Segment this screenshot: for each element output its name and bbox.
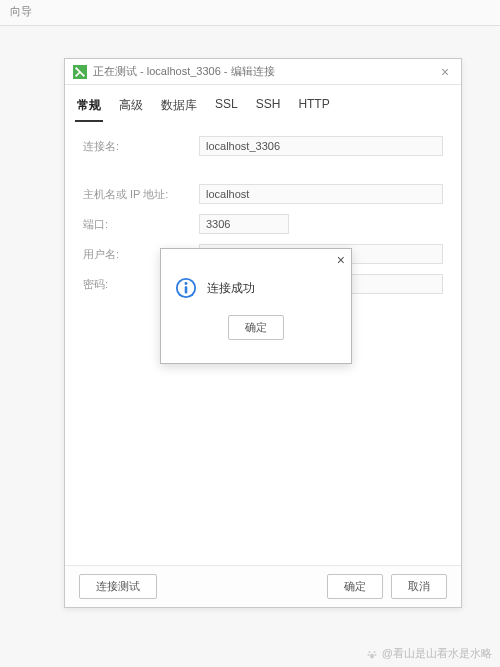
message-box-header: × [161,249,351,271]
message-box: × 连接成功 确定 [160,248,352,364]
ok-button[interactable]: 确定 [327,574,383,599]
dialog-title: 正在测试 - localhost_3306 - 编辑连接 [93,64,437,79]
tab-http[interactable]: HTTP [296,93,331,122]
close-icon[interactable]: × [437,64,453,80]
paw-icon [366,648,378,660]
tab-ssl[interactable]: SSL [213,93,240,122]
input-connection-name[interactable] [199,136,443,156]
svg-point-7 [367,654,369,656]
row-host: 主机名或 IP 地址: [83,184,443,204]
test-connection-button[interactable]: 连接测试 [79,574,157,599]
message-footer: 确定 [161,309,351,350]
watermark-text: @看山是山看水是水略 [382,646,492,661]
label-port: 端口: [83,217,199,232]
svg-point-9 [370,653,374,658]
tab-database[interactable]: 数据库 [159,93,199,122]
message-close-icon[interactable]: × [337,252,345,268]
tab-ssh[interactable]: SSH [254,93,283,122]
dialog-titlebar: 正在测试 - localhost_3306 - 编辑连接 × [65,59,461,85]
message-body: 连接成功 [161,271,351,309]
message-ok-button[interactable]: 确定 [228,315,284,340]
tab-bar: 常规 高级 数据库 SSL SSH HTTP [65,85,461,122]
cancel-button[interactable]: 取消 [391,574,447,599]
input-port[interactable] [199,214,289,234]
tab-advanced[interactable]: 高级 [117,93,145,122]
svg-rect-4 [185,286,188,293]
message-text: 连接成功 [207,280,255,297]
info-icon [175,277,197,299]
svg-point-3 [185,282,188,285]
label-host: 主机名或 IP 地址: [83,187,199,202]
tab-general[interactable]: 常规 [75,93,103,122]
label-connection-name: 连接名: [83,139,199,154]
watermark: @看山是山看水是水略 [366,646,492,661]
row-connection-name: 连接名: [83,136,443,156]
svg-point-8 [374,654,376,656]
svg-point-6 [373,651,375,653]
input-host[interactable] [199,184,443,204]
svg-point-5 [368,651,370,653]
dialog-footer: 连接测试 确定 取消 [65,565,461,607]
app-icon [73,65,87,79]
row-port: 端口: [83,214,443,234]
parent-window-titlebar: 向导 [0,0,500,26]
parent-window-title: 向导 [10,5,32,17]
